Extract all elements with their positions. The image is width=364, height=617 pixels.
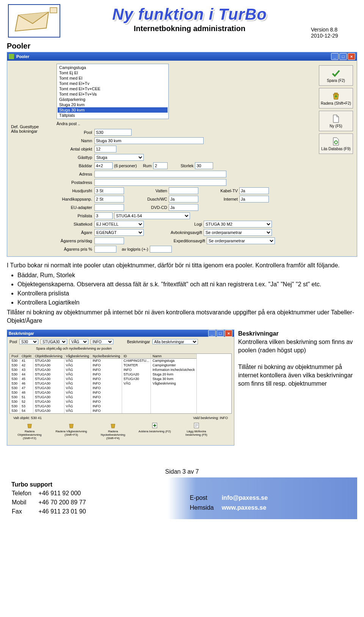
desc-action-button[interactable]: Radera Nyckelbeskrivning (Shift+F4) bbox=[96, 422, 130, 440]
table-cell[interactable] bbox=[151, 400, 196, 404]
desc-action-button[interactable]: Radera Objektbeskrivning (Shift+F2) bbox=[13, 422, 47, 440]
desc-action-button[interactable]: Addera beskrivning (F2) bbox=[138, 422, 172, 440]
table-cell[interactable]: S30 bbox=[10, 372, 20, 377]
table-cell[interactable] bbox=[122, 404, 151, 409]
table-cell[interactable]: S30 bbox=[10, 386, 20, 391]
table-cell[interactable]: S30 bbox=[10, 377, 20, 382]
table-cell[interactable]: 47 bbox=[20, 386, 33, 391]
table-cell[interactable]: VÅG bbox=[64, 377, 91, 382]
table-cell[interactable]: 45 bbox=[20, 377, 33, 382]
agpris-input[interactable] bbox=[94, 237, 124, 244]
antal-input[interactable] bbox=[94, 146, 116, 152]
table-cell[interactable]: INFO bbox=[91, 359, 122, 363]
table-cell[interactable] bbox=[122, 409, 151, 413]
table-header[interactable]: Vågbeskrivning bbox=[64, 354, 91, 359]
avlogi-input[interactable] bbox=[150, 246, 172, 253]
table-cell[interactable]: 54 bbox=[20, 409, 33, 413]
table-cell[interactable]: INFO bbox=[91, 395, 122, 400]
vatten-input[interactable] bbox=[169, 187, 198, 194]
table-header[interactable]: Pool bbox=[10, 354, 20, 359]
table-cell[interactable]: Information incheck/utcheck bbox=[151, 368, 196, 372]
desc-objbesk-select[interactable]: STUGA30 bbox=[41, 339, 67, 344]
table-cell[interactable]: S30 bbox=[10, 391, 20, 395]
table-cell[interactable]: STUGA30 bbox=[122, 377, 151, 382]
baddar-input[interactable] bbox=[94, 162, 113, 169]
pool-listbox[interactable]: CampingstugaTomt Ej ElTomt med ElTomt me… bbox=[56, 64, 169, 119]
pool-input[interactable] bbox=[94, 129, 132, 136]
reload-db-button[interactable]: Läs Databas (F9) bbox=[319, 133, 353, 154]
table-cell[interactable]: S30 bbox=[10, 382, 20, 386]
save-button[interactable]: Spara (F2) bbox=[319, 65, 353, 86]
table-cell[interactable]: VÅG bbox=[64, 359, 91, 363]
pool-list-item[interactable]: Campingstuga bbox=[58, 65, 168, 70]
pool-list-item[interactable]: Stuga 20 kvm bbox=[58, 102, 168, 107]
table-header[interactable]: Objekt bbox=[20, 354, 33, 359]
internet-input[interactable] bbox=[239, 196, 269, 203]
table-cell[interactable]: VÅG bbox=[64, 395, 91, 400]
table-cell[interactable]: S30 bbox=[10, 404, 20, 409]
table-cell[interactable] bbox=[122, 395, 151, 400]
table-cell[interactable]: INFO bbox=[91, 386, 122, 391]
desc-table[interactable]: PoolS30S30S30S30S30S30S30S30S30S30S30S30… bbox=[9, 353, 232, 414]
table-cell[interactable]: Campingstuga bbox=[151, 359, 196, 363]
pool-list-item[interactable]: Tomt med El+Tv bbox=[58, 81, 168, 86]
table-cell[interactable]: STUGA30 bbox=[33, 395, 64, 400]
table-cell[interactable]: S30 bbox=[10, 400, 20, 404]
prislista-nr-input[interactable] bbox=[94, 212, 113, 219]
table-cell[interactable]: INFO bbox=[91, 404, 122, 409]
table-cell[interactable]: 48 bbox=[20, 391, 33, 395]
table-cell[interactable]: TOMTER bbox=[122, 363, 151, 368]
table-cell[interactable]: Stuga 30 kvm bbox=[151, 377, 196, 382]
adress-input[interactable] bbox=[94, 171, 226, 177]
maximize-button[interactable]: □ bbox=[339, 53, 347, 60]
table-cell[interactable]: CAMPINGSTU... bbox=[122, 359, 151, 363]
exped-select[interactable]: Se orderparametrar bbox=[207, 237, 275, 244]
table-cell[interactable]: STUGA30 bbox=[33, 377, 64, 382]
table-cell[interactable]: 53 bbox=[20, 404, 33, 409]
dusch-input[interactable] bbox=[169, 196, 198, 203]
desc-vag-select[interactable]: VÅG bbox=[69, 339, 88, 344]
table-cell[interactable]: 51 bbox=[20, 395, 33, 400]
pool-list-item[interactable]: Tomt med El+Tv+Va bbox=[58, 91, 168, 97]
agare-select[interactable]: EGENÄGT bbox=[94, 229, 144, 236]
table-cell[interactable] bbox=[151, 404, 196, 409]
desc-pool-select[interactable]: S30 bbox=[19, 339, 38, 344]
desc-action-button[interactable]: Radera Vågbeskrivning (Shift+F3) bbox=[54, 422, 88, 440]
table-cell[interactable]: S30 bbox=[10, 395, 20, 400]
table-cell[interactable]: STUGA30 bbox=[33, 391, 64, 395]
desc-minimize-button[interactable]: _ bbox=[208, 330, 216, 337]
kabel-input[interactable] bbox=[239, 187, 269, 194]
table-cell[interactable]: STUGA30 bbox=[33, 359, 64, 363]
prislista-select[interactable]: STUGA 41-54 bbox=[114, 212, 190, 219]
table-cell[interactable]: VÅG bbox=[64, 368, 91, 372]
table-cell[interactable]: VÅG bbox=[64, 409, 91, 413]
postadress-input[interactable] bbox=[94, 179, 226, 186]
handikapp-input[interactable] bbox=[94, 196, 124, 203]
table-cell[interactable]: Campingtomter bbox=[151, 363, 196, 368]
table-cell[interactable]: STUGA30 bbox=[33, 404, 64, 409]
table-cell[interactable]: 42 bbox=[20, 363, 33, 368]
close-button[interactable]: × bbox=[348, 53, 355, 60]
hemsida-link[interactable]: www.paxess.se bbox=[221, 503, 275, 512]
table-cell[interactable]: S30 bbox=[10, 359, 20, 363]
table-cell[interactable]: INFO bbox=[91, 377, 122, 382]
table-cell[interactable]: VÅG bbox=[64, 386, 91, 391]
table-cell[interactable]: VÅG bbox=[64, 382, 91, 386]
table-cell[interactable]: STUGA30 bbox=[33, 386, 64, 391]
desc-besk-select[interactable]: Alla beskrivningar bbox=[152, 339, 198, 344]
logi-select[interactable]: STUGA 30 M2 bbox=[204, 221, 272, 228]
table-cell[interactable]: STUGA20 bbox=[122, 372, 151, 377]
pool-list-item[interactable]: Gästparkering bbox=[58, 97, 168, 102]
table-cell[interactable]: 44 bbox=[20, 372, 33, 377]
table-header[interactable]: Namn bbox=[151, 354, 196, 359]
table-cell[interactable]: S30 bbox=[10, 363, 20, 368]
table-cell[interactable] bbox=[122, 400, 151, 404]
minimize-button[interactable]: _ bbox=[331, 53, 339, 60]
table-cell[interactable]: INFO bbox=[91, 372, 122, 377]
table-cell[interactable]: INFO bbox=[91, 400, 122, 404]
table-cell[interactable]: INFO bbox=[91, 409, 122, 413]
table-cell[interactable]: 46 bbox=[20, 382, 33, 386]
desc-close-button[interactable]: × bbox=[225, 330, 232, 337]
table-cell[interactable] bbox=[151, 409, 196, 413]
table-cell[interactable]: S30 bbox=[10, 368, 20, 372]
